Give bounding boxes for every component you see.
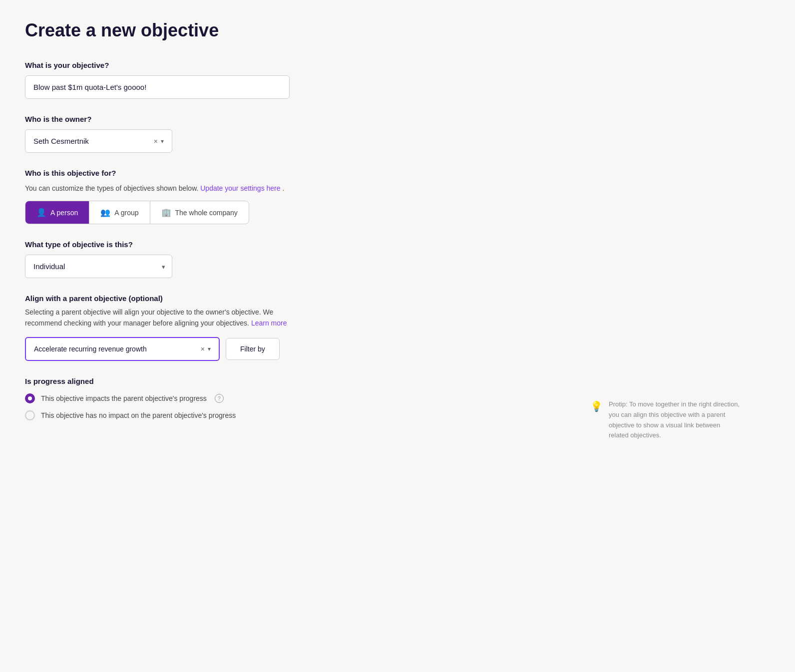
parent-clear-icon[interactable]: × [201,345,205,353]
radio-no-impact-circle[interactable] [25,410,35,420]
owner-section: Who is the owner? Seth Cesmertnik × ▾ [25,115,770,153]
toggle-person-label: A person [50,209,78,217]
owner-clear-icon[interactable]: × [154,137,158,145]
filter-by-button[interactable]: Filter by [226,338,280,360]
parent-objective-selected-value: Accelerate recurring revenue growth [34,345,201,353]
objective-type-select[interactable]: Individual Team Company [25,255,172,278]
owner-chevron-icon: ▾ [161,138,164,145]
owner-label: Who is the owner? [25,115,770,123]
parent-chevron-icon: ▾ [208,345,211,352]
radio-no-impact-label: This objective has no impact on the pare… [41,411,236,419]
company-icon: 🏢 [161,208,171,217]
toggle-person[interactable]: 👤 A person [25,201,89,224]
objective-for-section: Who is this objective for? You can custo… [25,169,770,224]
toggle-company[interactable]: 🏢 The whole company [150,201,249,224]
progress-label: Is progress aligned [25,377,770,385]
person-icon: 👤 [36,208,46,217]
objective-for-description: You can customize the types of objective… [25,183,770,194]
toggle-group[interactable]: 👥 A group [89,201,150,224]
lightbulb-icon: 💡 [590,400,603,412]
help-icon-impacts[interactable]: ? [215,394,224,403]
page-title: Create a new objective [25,20,770,41]
objective-label: What is your objective? [25,61,770,69]
objective-for-label: Who is this objective for? [25,169,770,177]
objective-for-toggle-group: 👤 A person 👥 A group 🏢 The whole company [25,201,249,224]
objective-for-desc-text: You can customize the types of objective… [25,184,198,192]
objective-for-desc-suffix: . [282,184,284,192]
parent-input-row: Accelerate recurring revenue growth × ▾ … [25,337,770,361]
protip-box: 💡 Protip: To move together in the right … [590,399,740,441]
objective-type-label: What type of objective is this? [25,240,770,249]
radio-impacts-label: This objective impacts the parent object… [41,394,207,402]
learn-more-link[interactable]: Learn more [251,319,287,327]
parent-objective-description: Selecting a parent objective will align … [25,307,290,329]
toggle-company-label: The whole company [175,209,238,217]
radio-impacts-circle[interactable] [25,393,35,403]
update-settings-link[interactable]: Update your settings here [200,184,280,192]
owner-select-wrapper: Seth Cesmertnik × ▾ [25,129,172,153]
objective-type-wrapper: Individual Team Company ▾ [25,255,172,278]
parent-desc-text: Selecting a parent objective will align … [25,308,273,327]
parent-objective-label: Align with a parent objective (optional) [25,294,770,303]
protip-text: Protip: To move together in the right di… [609,399,740,441]
owner-selected-value: Seth Cesmertnik [33,137,154,145]
toggle-group-label: A group [114,209,138,217]
parent-objective-section: Align with a parent objective (optional)… [25,294,770,361]
objective-section: What is your objective? [25,61,770,99]
objective-input[interactable] [25,75,290,99]
owner-select[interactable]: Seth Cesmertnik × ▾ [25,129,172,153]
objective-type-section: What type of objective is this? Individu… [25,240,770,278]
group-icon: 👥 [100,208,110,217]
parent-objective-select[interactable]: Accelerate recurring revenue growth × ▾ [25,337,220,361]
